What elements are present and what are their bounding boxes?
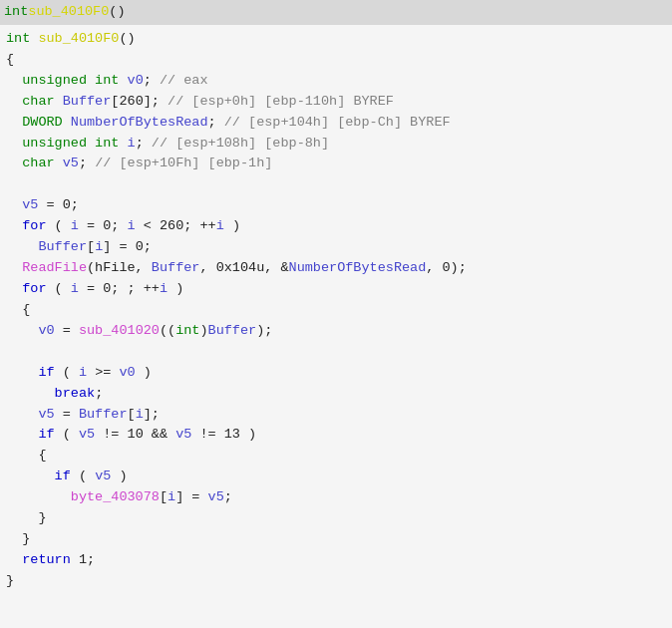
code-token: ( — [55, 427, 79, 442]
code-line: } — [6, 529, 666, 550]
code-token: NumberOfBytesRead — [289, 260, 427, 275]
code-token: 1; — [71, 552, 95, 567]
code-token: v5 — [208, 489, 224, 504]
code-line: Buffer[i] = 0; — [6, 237, 666, 258]
code-token: v5 — [22, 197, 38, 212]
code-line: unsigned int i; // [esp+108h] [ebp-8h] — [6, 134, 666, 155]
code-token: { — [6, 52, 14, 67]
code-token: i — [216, 218, 224, 233]
code-line: if ( v5 != 10 && v5 != 13 ) — [6, 425, 666, 446]
code-token: ) — [199, 323, 207, 338]
code-token: // [esp+10Fh] [ebp-1h] — [95, 156, 272, 170]
code-token: // eax — [160, 73, 208, 88]
code-line: } — [6, 508, 666, 529]
code-token: int — [175, 323, 199, 338]
code-token — [6, 489, 71, 504]
code-token: i — [128, 218, 136, 233]
code-line: if ( i >= v0 ) — [6, 363, 666, 384]
code-line: int sub_4010F0() — [6, 29, 666, 50]
code-token: ) — [111, 469, 127, 483]
code-token: byte_403078 — [71, 489, 160, 504]
code-token: ReadFile — [6, 260, 87, 275]
code-token: char — [6, 156, 63, 170]
code-token: v0 — [119, 365, 135, 380]
code-token: ; — [79, 156, 95, 170]
code-token: ; — [95, 386, 103, 401]
code-token: if — [6, 365, 55, 380]
code-token: i — [168, 489, 175, 504]
code-token: unsigned int — [6, 73, 128, 88]
code-token — [6, 407, 38, 422]
code-token: i — [128, 136, 136, 151]
code-token: = 0; — [38, 197, 79, 212]
code-token: // [esp+0h] [ebp-110h] BYREF — [168, 94, 394, 109]
code-token: = — [55, 323, 79, 338]
code-token: char — [6, 94, 63, 109]
code-line: if ( v5 ) — [6, 467, 666, 487]
code-line: unsigned int v0; // eax — [6, 71, 666, 92]
code-token: = — [55, 407, 79, 422]
code-token: v0 — [38, 323, 54, 338]
function-header: int sub_4010F0() — [0, 0, 672, 25]
code-token: [ — [87, 239, 95, 254]
code-token: = 0; ; ++ — [79, 281, 160, 296]
code-token: ; — [224, 489, 232, 504]
code-token: , 0x104u, & — [199, 260, 288, 275]
code-token: != 10 && — [95, 427, 175, 442]
code-line: char v5; // [esp+10Fh] [ebp-1h] — [6, 154, 666, 174]
code-line — [6, 342, 666, 363]
code-line: } — [6, 571, 666, 592]
code-token: ; — [208, 115, 224, 130]
code-token: if — [6, 469, 71, 483]
code-token: v5 — [175, 427, 191, 442]
code-line: v5 = 0; — [6, 195, 666, 216]
code-token: { — [6, 448, 47, 463]
code-token: Buffer — [152, 260, 200, 275]
code-token: , 0); — [426, 260, 467, 275]
code-token: ( — [71, 469, 95, 483]
code-token — [6, 239, 38, 254]
code-token: Buffer — [38, 239, 87, 254]
function-name: sub_4010F0 — [28, 2, 109, 23]
code-token: ( — [55, 365, 79, 380]
code-token: () — [119, 31, 135, 46]
code-token: ) — [168, 281, 183, 296]
code-line: return 1; — [6, 550, 666, 571]
code-token: ; — [136, 136, 152, 151]
code-line: char Buffer[260]; // [esp+0h] [ebp-110h]… — [6, 92, 666, 113]
code-token: = 0; — [79, 218, 128, 233]
code-token: (hFile, — [87, 260, 152, 275]
code-token: [260]; — [111, 94, 168, 109]
code-token: [ — [128, 407, 136, 422]
code-line: for ( i = 0; ; ++i ) — [6, 279, 666, 300]
code-token: break — [6, 386, 95, 401]
code-token: } — [6, 510, 47, 525]
code-token: Buffer — [63, 94, 112, 109]
code-token: return — [6, 552, 71, 567]
code-token: ] = — [175, 489, 207, 504]
code-token: ; — [144, 73, 160, 88]
code-token: int — [6, 31, 38, 46]
code-token: ) — [136, 365, 152, 380]
code-token: [ — [160, 489, 168, 504]
code-line: { — [6, 446, 666, 467]
code-token: Buffer — [79, 407, 128, 422]
code-line: v0 = sub_401020((int)Buffer); — [6, 321, 666, 342]
code-token — [6, 197, 22, 212]
code-token: v5 — [95, 469, 111, 483]
code-token: ]; — [144, 407, 160, 422]
code-token: v5 — [79, 427, 95, 442]
code-line: ReadFile(hFile, Buffer, 0x104u, &NumberO… — [6, 258, 666, 279]
code-token: unsigned int — [6, 136, 128, 151]
code-token: < 260; ++ — [136, 218, 216, 233]
code-line: { — [6, 50, 666, 71]
code-token: ] = 0; — [103, 239, 152, 254]
code-token: ) — [224, 218, 240, 233]
code-token: sub_4010F0 — [38, 31, 119, 46]
code-token: // [esp+108h] [ebp-8h] — [152, 136, 329, 151]
code-token: v5 — [63, 156, 79, 170]
code-token: i — [136, 407, 144, 422]
code-line: break; — [6, 384, 666, 405]
code-token — [6, 323, 38, 338]
code-token: for — [6, 281, 47, 296]
